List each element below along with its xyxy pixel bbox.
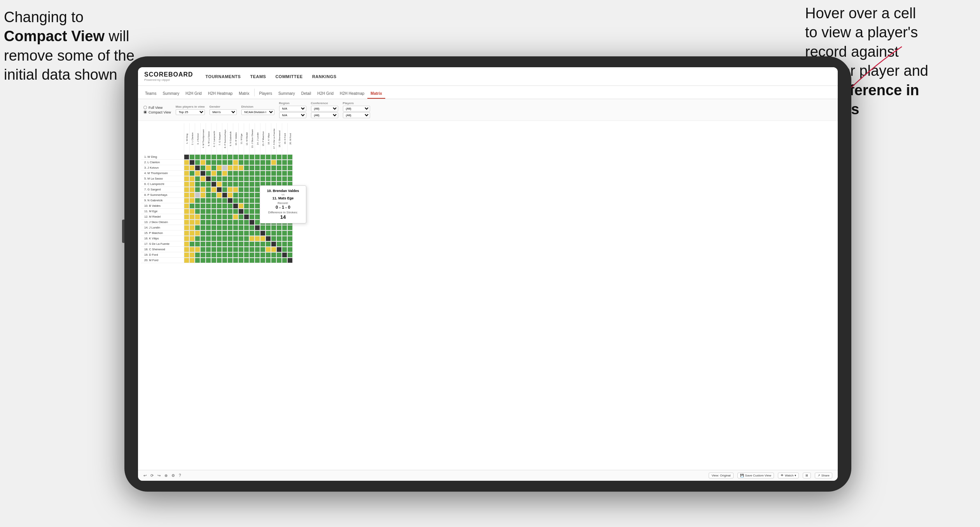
- matrix-cell[interactable]: [206, 209, 211, 214]
- matrix-cell[interactable]: [249, 214, 255, 220]
- matrix-cell[interactable]: [211, 176, 217, 181]
- conference-select2[interactable]: (All): [311, 112, 338, 118]
- matrix-cell[interactable]: [189, 160, 195, 165]
- matrix-cell[interactable]: [276, 247, 282, 252]
- matrix-cell[interactable]: [255, 258, 260, 263]
- matrix-cell[interactable]: [255, 247, 260, 252]
- matrix-cell[interactable]: [195, 241, 200, 247]
- matrix-cell[interactable]: [255, 176, 260, 181]
- matrix-cell[interactable]: [249, 192, 255, 198]
- matrix-cell[interactable]: [195, 247, 200, 252]
- matrix-cell[interactable]: [238, 176, 244, 181]
- matrix-cell[interactable]: [233, 247, 238, 252]
- undo-icon[interactable]: ↩: [143, 473, 147, 478]
- matrix-cell[interactable]: [282, 171, 287, 176]
- matrix-cell[interactable]: [200, 187, 206, 192]
- matrix-cell[interactable]: [211, 225, 217, 230]
- matrix-cell[interactable]: [200, 247, 206, 252]
- matrix-cell[interactable]: [211, 214, 217, 220]
- matrix-cell[interactable]: [276, 176, 282, 181]
- matrix-cell[interactable]: [227, 181, 233, 187]
- matrix-cell[interactable]: [184, 258, 189, 263]
- matrix-cell[interactable]: [233, 252, 238, 258]
- matrix-cell[interactable]: [184, 176, 189, 181]
- matrix-cell[interactable]: [271, 171, 276, 176]
- matrix-cell[interactable]: [282, 154, 287, 160]
- matrix-cell[interactable]: [211, 252, 217, 258]
- matrix-cell[interactable]: [282, 252, 287, 258]
- matrix-cell[interactable]: [276, 252, 282, 258]
- matrix-cell[interactable]: [189, 225, 195, 230]
- matrix-cell[interactable]: [282, 236, 287, 241]
- matrix-cell[interactable]: [260, 154, 266, 160]
- matrix-cell[interactable]: [244, 192, 249, 198]
- matrix-cell[interactable]: [222, 252, 227, 258]
- matrix-cell[interactable]: [222, 198, 227, 203]
- matrix-cell[interactable]: [287, 225, 293, 230]
- matrix-cell[interactable]: [238, 236, 244, 241]
- matrix-cell[interactable]: [195, 192, 200, 198]
- matrix-cell[interactable]: [244, 247, 249, 252]
- matrix-cell[interactable]: [287, 252, 293, 258]
- matrix-cell[interactable]: [282, 165, 287, 171]
- matrix-cell[interactable]: [233, 258, 238, 263]
- matrix-cell[interactable]: [189, 198, 195, 203]
- matrix-cell[interactable]: [217, 252, 222, 258]
- matrix-cell[interactable]: [287, 171, 293, 176]
- matrix-cell[interactable]: [255, 165, 260, 171]
- matrix-cell[interactable]: [238, 225, 244, 230]
- tab-summary-players[interactable]: Summary: [275, 89, 298, 99]
- matrix-cell[interactable]: [200, 154, 206, 160]
- matrix-cell[interactable]: [233, 225, 238, 230]
- matrix-cell[interactable]: [195, 160, 200, 165]
- matrix-cell[interactable]: [287, 247, 293, 252]
- matrix-cell[interactable]: [287, 176, 293, 181]
- matrix-cell[interactable]: [227, 225, 233, 230]
- matrix-cell[interactable]: [238, 203, 244, 209]
- matrix-cell[interactable]: [282, 230, 287, 236]
- matrix-cell[interactable]: [200, 214, 206, 220]
- matrix-cell[interactable]: [287, 165, 293, 171]
- matrix-cell[interactable]: [217, 230, 222, 236]
- view-original-btn[interactable]: View: Original: [709, 473, 733, 478]
- help-icon[interactable]: ?: [179, 473, 181, 478]
- matrix-cell[interactable]: [260, 171, 266, 176]
- matrix-cell[interactable]: [244, 220, 249, 225]
- matrix-cell[interactable]: [189, 176, 195, 181]
- matrix-cell[interactable]: [244, 165, 249, 171]
- matrix-cell[interactable]: [189, 252, 195, 258]
- matrix-cell[interactable]: [217, 241, 222, 247]
- matrix-cell[interactable]: [184, 154, 189, 160]
- matrix-cell[interactable]: [200, 220, 206, 225]
- matrix-cell[interactable]: [255, 209, 260, 214]
- save-custom-btn[interactable]: 💾 Save Custom View: [737, 473, 774, 478]
- matrix-cell[interactable]: [227, 154, 233, 160]
- matrix-cell[interactable]: [189, 154, 195, 160]
- matrix-cell[interactable]: [227, 176, 233, 181]
- matrix-cell[interactable]: [189, 192, 195, 198]
- matrix-cell[interactable]: [184, 198, 189, 203]
- matrix-cell[interactable]: [287, 154, 293, 160]
- matrix-cell[interactable]: [255, 154, 260, 160]
- matrix-cell[interactable]: [255, 252, 260, 258]
- matrix-cell[interactable]: [195, 154, 200, 160]
- matrix-cell[interactable]: [184, 171, 189, 176]
- matrix-cell[interactable]: [227, 247, 233, 252]
- forward-icon[interactable]: ⟳: [150, 473, 154, 478]
- matrix-cell[interactable]: [222, 165, 227, 171]
- matrix-cell[interactable]: [244, 171, 249, 176]
- matrix-cell[interactable]: [271, 165, 276, 171]
- matrix-cell[interactable]: [266, 225, 271, 230]
- tab-h2h-grid[interactable]: H2H Grid: [182, 89, 205, 99]
- matrix-cell[interactable]: [249, 247, 255, 252]
- matrix-cell[interactable]: [233, 181, 238, 187]
- matrix-cell[interactable]: [260, 252, 266, 258]
- matrix-cell[interactable]: [238, 171, 244, 176]
- matrix-cell[interactable]: [200, 236, 206, 241]
- players-select2[interactable]: (All): [343, 112, 370, 118]
- matrix-cell[interactable]: [222, 181, 227, 187]
- matrix-cell[interactable]: [195, 181, 200, 187]
- matrix-cell[interactable]: [217, 209, 222, 214]
- zoom-icon[interactable]: ⊕: [164, 473, 168, 478]
- matrix-cell[interactable]: [233, 203, 238, 209]
